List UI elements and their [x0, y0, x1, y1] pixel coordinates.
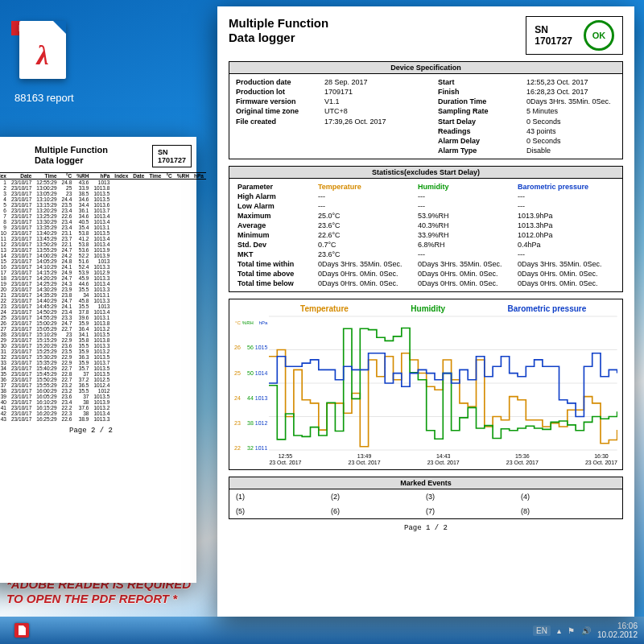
marked-events-section: Marked Events (1)(2)(3)(4) (5)(6)(7)(8)	[229, 477, 623, 519]
ok-badge: OK	[584, 20, 614, 51]
device-spec-section: Device Specification Production date28 S…	[229, 61, 623, 159]
pdf-icon: PDF λ	[14, 21, 71, 89]
taskbar[interactable]: EN ▴ ⚑ 🔊 16:0610.02.2012	[0, 617, 644, 644]
page-number-2: Page 2 / 2	[0, 427, 192, 435]
taskbar-lang[interactable]: EN	[533, 625, 551, 636]
chart-section: °C2625242322 %RH5650443832 hPa1015101410…	[229, 299, 623, 469]
pdf-file-badge[interactable]: PDF λ 88163 report	[14, 14, 74, 104]
statistics-section: Statistics(excludes Start Delay) Paramet…	[229, 166, 623, 292]
report-title: Multiple FunctionData logger	[229, 16, 328, 45]
chart-xaxis: 12:55 23 Oct. 201713:49 23 Oct. 201714:4…	[269, 453, 617, 465]
page-number-1: Page 1 / 2	[229, 524, 623, 532]
data-table: IndexDateTime°C%RHhPaIndexDateTime°C%RHh…	[0, 172, 206, 422]
sn-box: SN1701727 OK	[526, 16, 623, 55]
pdf-page-icon: λ	[19, 21, 66, 79]
page2-title: Multiple FunctionData logger	[35, 145, 108, 166]
taskbar-pdf-icon[interactable]	[14, 623, 29, 638]
report-page-2: Multiple FunctionData logger SN1701727 I…	[0, 137, 196, 583]
tray-volume-icon[interactable]: 🔊	[581, 626, 591, 635]
page2-sn: SN1701727	[152, 145, 192, 167]
chart-plot	[269, 315, 617, 452]
pdf-caption: 88163 report	[14, 92, 74, 104]
chart-legend: Temperature Humidity Barometric pressure	[269, 304, 617, 313]
taskbar-clock[interactable]: 16:0610.02.2012	[597, 621, 638, 639]
tray-icon[interactable]: ▴	[557, 626, 561, 635]
report-page-1: Multiple FunctionData logger SN1701727 O…	[217, 6, 634, 617]
tray-flag-icon[interactable]: ⚑	[568, 626, 575, 635]
